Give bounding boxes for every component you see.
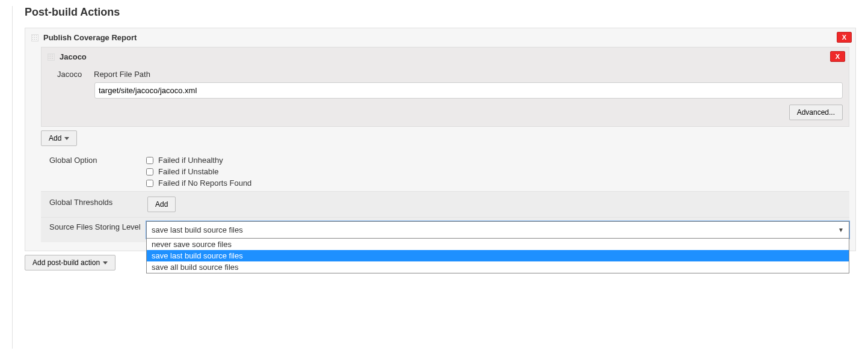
source-level-label: Source Files Storing Level bbox=[41, 221, 146, 231]
add-threshold-label: Add bbox=[155, 200, 168, 209]
source-level-option[interactable]: save all build source files bbox=[147, 261, 849, 273]
add-post-build-action-button[interactable]: Add post-build action bbox=[25, 255, 115, 270]
page-title: Post-build Actions bbox=[25, 6, 856, 19]
source-level-option[interactable]: save last build source files bbox=[147, 250, 849, 261]
checkbox-label: Failed if Unhealthy bbox=[158, 156, 223, 165]
add-adapter-button[interactable]: Add bbox=[41, 130, 77, 146]
drag-handle-icon[interactable] bbox=[31, 34, 38, 41]
publisher-title: Publish Coverage Report bbox=[43, 33, 137, 42]
add-post-build-label: Add post-build action bbox=[32, 258, 100, 267]
publish-coverage-block: X Publish Coverage Report X Jacoco Jacoc… bbox=[25, 28, 856, 251]
checkbox-label: Failed if No Reports Found bbox=[158, 179, 251, 188]
source-level-select[interactable]: save last build source files ▼ never sav… bbox=[146, 221, 849, 239]
failed-checkbox-1[interactable] bbox=[146, 168, 153, 175]
checkbox-label: Failed if Unstable bbox=[158, 167, 218, 176]
advanced-button-label: Advanced... bbox=[797, 108, 835, 117]
global-option-label: Global Option bbox=[41, 154, 146, 165]
source-level-selected: save last build source files bbox=[152, 225, 243, 234]
adapter-type-label: Jacoco bbox=[57, 70, 84, 79]
delete-publisher-button[interactable]: X bbox=[837, 32, 852, 43]
source-level-option[interactable]: never save source files bbox=[147, 239, 849, 250]
failed-checkbox-2[interactable] bbox=[146, 180, 153, 187]
dropdown-arrow-icon bbox=[64, 137, 69, 140]
dropdown-arrow-icon bbox=[103, 261, 108, 264]
report-path-label: Report File Path bbox=[94, 70, 154, 79]
drag-handle-icon[interactable] bbox=[48, 53, 55, 61]
publisher-header: Publish Coverage Report bbox=[25, 28, 855, 47]
report-path-input[interactable] bbox=[94, 82, 843, 99]
global-thresholds-label: Global Thresholds bbox=[41, 197, 146, 207]
add-threshold-button[interactable]: Add bbox=[147, 197, 176, 212]
failed-checkbox-0[interactable] bbox=[146, 157, 153, 164]
adapter-header: Jacoco bbox=[42, 47, 849, 66]
dropdown-arrow-icon: ▼ bbox=[838, 227, 844, 233]
checkbox-line: Failed if Unstable bbox=[146, 166, 849, 177]
checkbox-line: Failed if Unhealthy bbox=[146, 154, 849, 166]
add-adapter-label: Add bbox=[49, 134, 61, 142]
delete-adapter-button[interactable]: X bbox=[830, 51, 845, 62]
checkbox-line: Failed if No Reports Found bbox=[146, 177, 849, 189]
adapter-title: Jacoco bbox=[60, 52, 87, 61]
advanced-button[interactable]: Advanced... bbox=[789, 105, 843, 120]
jacoco-adapter-block: X Jacoco Jacoco Report File Path bbox=[41, 47, 849, 127]
